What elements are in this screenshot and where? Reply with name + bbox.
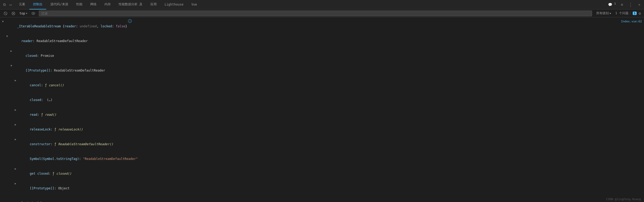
log-line: constructor: ƒ ReadableStreamDefaultRead… bbox=[0, 137, 644, 152]
tab-memory[interactable]: 内存 bbox=[101, 0, 114, 9]
context-label: top bbox=[19, 12, 25, 15]
svg-point-6 bbox=[33, 13, 34, 14]
log-line: get closed: ƒ closed() bbox=[0, 166, 644, 181]
close-icon[interactable]: ✕ bbox=[637, 2, 642, 7]
console-settings-icon[interactable]: ⚙ bbox=[638, 11, 642, 16]
console-output: _IterableReadableStream {reader: undefin… bbox=[0, 17, 644, 202]
tab-elements[interactable]: 元素 bbox=[15, 0, 29, 9]
clear-button[interactable] bbox=[2, 11, 9, 16]
expand-toggle[interactable] bbox=[15, 108, 18, 112]
svg-line-1 bbox=[5, 12, 7, 14]
source-link[interactable]: Index.vue:62 bbox=[621, 19, 642, 24]
tab-network[interactable]: 网络 bbox=[87, 0, 100, 9]
tab-console[interactable]: 控制台 bbox=[29, 0, 46, 9]
expand-toggle[interactable] bbox=[2, 19, 6, 24]
level-filter[interactable]: 所有级别 ▼ bbox=[594, 11, 613, 16]
tab-profiler[interactable]: 性能数据分析 及 bbox=[115, 0, 146, 9]
svg-point-5 bbox=[32, 12, 35, 14]
tab-sources[interactable]: 源代码/来源 bbox=[47, 0, 72, 9]
inspect-toggle[interactable] bbox=[10, 11, 17, 16]
issues-text: 1 个问题： bbox=[615, 11, 631, 16]
log-line: Symbol(Symbol.toStringTag): "ReadableStr… bbox=[0, 152, 644, 166]
log-line: _IterableReadableStream {reader: undefin… bbox=[0, 19, 644, 34]
eye-icon bbox=[31, 12, 35, 15]
expand-toggle[interactable] bbox=[10, 49, 14, 53]
filter-input[interactable] bbox=[39, 11, 592, 16]
expand-toggle[interactable] bbox=[15, 122, 18, 127]
chat-icon[interactable]: 💬 1 bbox=[606, 2, 617, 7]
expand-toggle[interactable] bbox=[15, 166, 18, 171]
top-nav-bar: ⧉ ▭ 元素 控制台 源代码/来源 性能 网络 内存 性能数据分析 及 应用 L… bbox=[0, 0, 644, 9]
tab-lighthouse[interactable]: Lighthouse bbox=[161, 0, 187, 9]
context-selector[interactable]: top ▼ bbox=[18, 11, 29, 16]
settings-icon[interactable]: ⚙ bbox=[619, 2, 625, 7]
level-dropdown-icon: ▼ bbox=[610, 12, 611, 15]
more-icon[interactable]: ⋮ bbox=[627, 1, 635, 8]
log-line: [[Prototype]]: Object bbox=[0, 181, 644, 196]
inspect-icon bbox=[12, 12, 15, 15]
log-line: reader: ReadableStreamDefaultReader bbox=[0, 34, 644, 48]
nav-right-icons: 💬 1 ⚙ ⋮ ✕ bbox=[606, 1, 642, 8]
log-line: [[Prototype]]: ReadableStreamDefaultRead… bbox=[0, 63, 644, 78]
tab-performance[interactable]: 性能 bbox=[72, 0, 86, 9]
issues-count: 1 个问题： 1 bbox=[615, 11, 636, 16]
expand-toggle[interactable] bbox=[6, 34, 10, 39]
device-icon[interactable]: ▭ bbox=[8, 2, 13, 7]
nav-icon-group: ⧉ ▭ bbox=[2, 2, 13, 7]
footer-text: CSDN @JingFeng.Huang bbox=[606, 198, 641, 201]
level-label: 所有级别 bbox=[596, 11, 609, 16]
log-line: read: ƒ read() bbox=[0, 107, 644, 122]
clear-icon bbox=[4, 12, 7, 15]
context-dropdown-icon: ▼ bbox=[26, 12, 27, 15]
issues-badge[interactable]: 1 bbox=[633, 12, 637, 15]
expand-toggle[interactable] bbox=[15, 181, 18, 186]
log-line: closed: Promise bbox=[0, 48, 644, 63]
log-line: releaseLock: ƒ releaseLock() bbox=[0, 122, 644, 137]
log-line: closed: (…) bbox=[0, 93, 644, 107]
tab-vue[interactable]: Vue bbox=[188, 0, 201, 9]
eye-button[interactable] bbox=[30, 12, 37, 15]
footer: CSDN @JingFeng.Huang bbox=[603, 196, 644, 202]
dock-icon[interactable]: ⧉ bbox=[2, 2, 7, 7]
log-line: cancel: ƒ cancel() bbox=[0, 78, 644, 93]
expand-toggle[interactable] bbox=[15, 78, 18, 83]
info-icon[interactable]: i bbox=[128, 19, 132, 23]
tab-application[interactable]: 应用 bbox=[147, 0, 160, 9]
log-line: locked: false bbox=[0, 196, 644, 202]
console-toolbar: top ▼ 所有级别 ▼ 1 个问题： 1 ⚙ bbox=[0, 9, 644, 17]
expand-toggle[interactable] bbox=[15, 137, 18, 142]
expand-toggle[interactable] bbox=[10, 63, 14, 68]
